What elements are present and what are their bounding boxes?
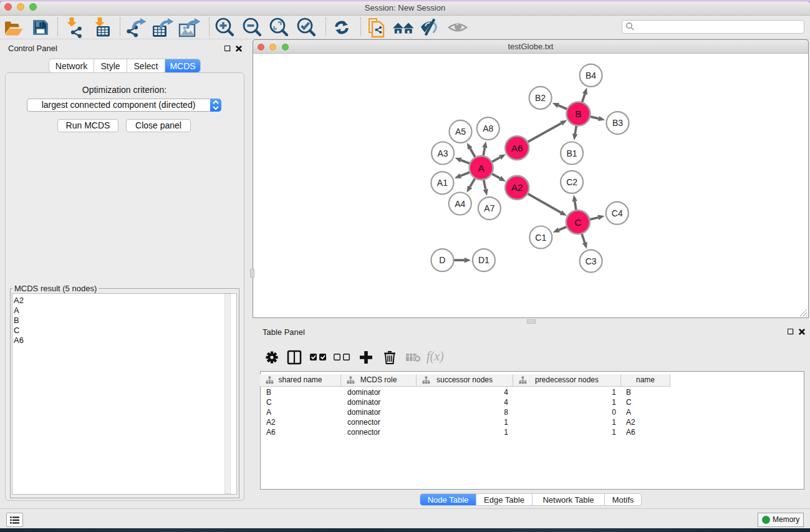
svg-text:A4: A4 xyxy=(455,199,465,209)
svg-text:B2: B2 xyxy=(535,93,546,103)
svg-text:A: A xyxy=(478,163,485,173)
svg-text:C3: C3 xyxy=(586,256,597,266)
svg-text:A3: A3 xyxy=(438,148,448,158)
svg-text:A7: A7 xyxy=(484,203,494,213)
svg-text:A1: A1 xyxy=(437,178,448,188)
svg-text:D: D xyxy=(439,255,445,265)
svg-text:B4: B4 xyxy=(586,70,596,80)
svg-text:C1: C1 xyxy=(535,233,546,243)
svg-text:A5: A5 xyxy=(455,127,466,137)
svg-text:C4: C4 xyxy=(612,208,623,218)
svg-text:B1: B1 xyxy=(567,148,577,158)
svg-text:C2: C2 xyxy=(566,177,577,187)
svg-text:B: B xyxy=(575,109,581,119)
svg-text:D1: D1 xyxy=(478,255,489,265)
svg-text:A6: A6 xyxy=(511,143,523,153)
svg-text:B3: B3 xyxy=(612,118,623,128)
svg-text:A8: A8 xyxy=(483,123,493,133)
svg-text:C: C xyxy=(574,217,581,228)
svg-text:A2: A2 xyxy=(511,182,523,193)
